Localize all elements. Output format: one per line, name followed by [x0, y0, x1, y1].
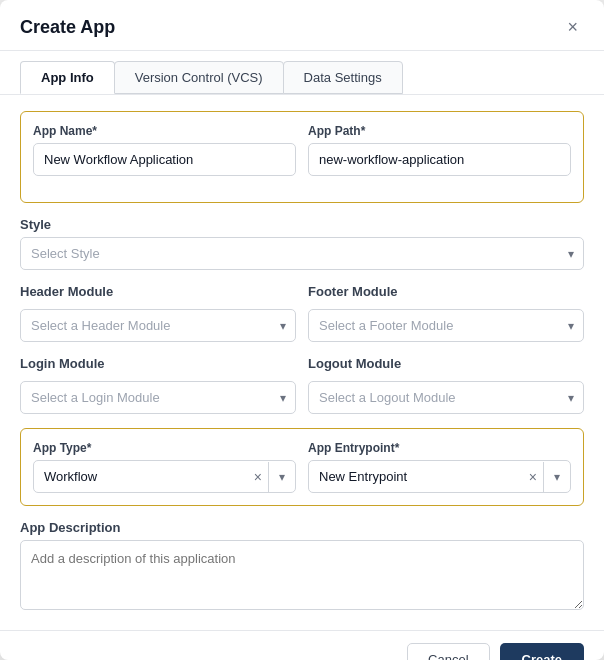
footer-module-select[interactable]: Select a Footer Module [308, 309, 584, 342]
modal-body: App Name* App Path* Style Select Style ▾ [0, 95, 604, 630]
modal-header: Create App × [0, 0, 604, 51]
app-path-group: App Path* [308, 124, 571, 176]
header-footer-row: Header Module Select a Header Module ▾ F… [20, 284, 584, 342]
header-module-select[interactable]: Select a Header Module [20, 309, 296, 342]
header-module-group: Header Module Select a Header Module ▾ [20, 284, 296, 342]
tab-data-settings[interactable]: Data Settings [283, 61, 403, 94]
app-description-section: App Description [20, 520, 584, 614]
app-type-select-container: Workflow × ▾ [33, 460, 296, 493]
app-name-group: App Name* [33, 124, 296, 176]
header-module-label: Header Module [20, 284, 296, 299]
app-type-value: Workflow [34, 461, 248, 492]
logout-module-label: Logout Module [308, 356, 584, 371]
header-module-select-wrapper: Select a Header Module ▾ [20, 309, 296, 342]
login-module-group: Login Module Select a Login Module ▾ [20, 356, 296, 414]
app-name-input[interactable] [33, 143, 296, 176]
app-type-label: App Type* [33, 441, 296, 455]
app-entrypoint-group: App Entrypoint* New Entrypoint × ▾ [308, 441, 571, 493]
app-entrypoint-select-container: New Entrypoint × ▾ [308, 460, 571, 493]
logout-module-select[interactable]: Select a Logout Module [308, 381, 584, 414]
app-type-group: App Type* Workflow × ▾ [33, 441, 296, 493]
modal-footer: Cancel Create [0, 630, 604, 660]
modal-title: Create App [20, 17, 115, 38]
style-select-wrapper: Select Style ▾ [20, 237, 584, 270]
footer-module-select-wrapper: Select a Footer Module ▾ [308, 309, 584, 342]
login-module-select-wrapper: Select a Login Module ▾ [20, 381, 296, 414]
logout-module-group: Logout Module Select a Logout Module ▾ [308, 356, 584, 414]
login-module-label: Login Module [20, 356, 296, 371]
type-entrypoint-row: App Type* Workflow × ▾ App Entrypoint* N… [33, 441, 571, 493]
app-name-label: App Name* [33, 124, 296, 138]
footer-module-label: Footer Module [308, 284, 584, 299]
app-entrypoint-value: New Entrypoint [309, 461, 523, 492]
cancel-button[interactable]: Cancel [407, 643, 489, 660]
tab-bar: App Info Version Control (VCS) Data Sett… [0, 51, 604, 95]
footer-module-group: Footer Module Select a Footer Module ▾ [308, 284, 584, 342]
app-path-input[interactable] [308, 143, 571, 176]
logout-module-select-wrapper: Select a Logout Module ▾ [308, 381, 584, 414]
app-entrypoint-clear-button[interactable]: × [523, 470, 543, 484]
style-section: Style Select Style ▾ [20, 217, 584, 270]
style-label: Style [20, 217, 584, 232]
app-entrypoint-chevron-button[interactable]: ▾ [543, 462, 570, 492]
tab-app-info[interactable]: App Info [20, 61, 115, 94]
close-button[interactable]: × [561, 16, 584, 38]
name-path-row: App Name* App Path* [33, 124, 571, 176]
app-description-textarea[interactable] [20, 540, 584, 610]
create-button[interactable]: Create [500, 643, 584, 660]
login-logout-row: Login Module Select a Login Module ▾ Log… [20, 356, 584, 414]
app-path-label: App Path* [308, 124, 571, 138]
app-type-chevron-button[interactable]: ▾ [268, 462, 295, 492]
create-app-modal: Create App × App Info Version Control (V… [0, 0, 604, 660]
app-entrypoint-label: App Entrypoint* [308, 441, 571, 455]
app-name-path-section: App Name* App Path* [20, 111, 584, 203]
app-description-label: App Description [20, 520, 584, 535]
app-type-entrypoint-section: App Type* Workflow × ▾ App Entrypoint* N… [20, 428, 584, 506]
app-type-clear-button[interactable]: × [248, 470, 268, 484]
tab-version-control[interactable]: Version Control (VCS) [114, 61, 284, 94]
login-module-select[interactable]: Select a Login Module [20, 381, 296, 414]
style-select[interactable]: Select Style [20, 237, 584, 270]
